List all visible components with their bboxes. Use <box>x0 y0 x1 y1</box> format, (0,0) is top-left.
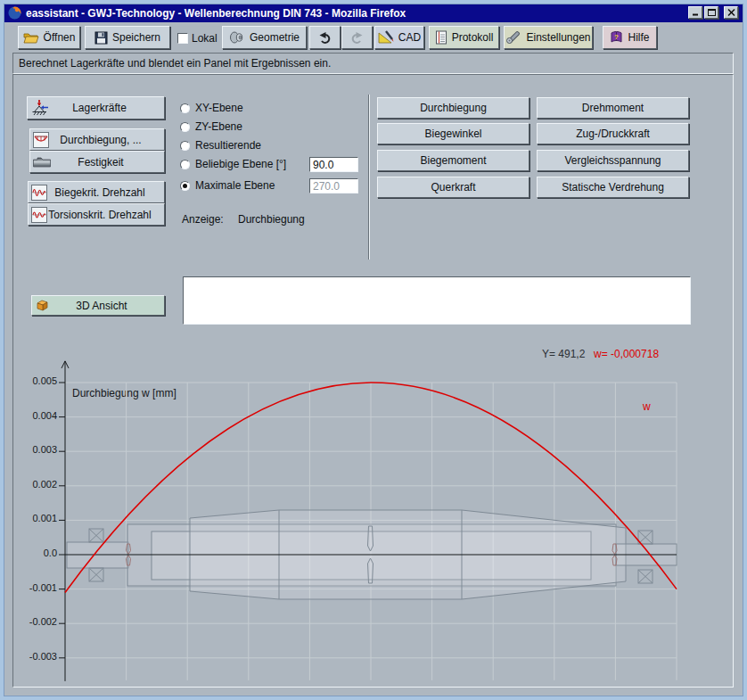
result-button-label: Statische Verdrehung <box>562 181 664 194</box>
lagerkraefte-button-label: Lagerkräfte <box>72 102 127 114</box>
app-window: eassistant - GWJ-Technology - Wellenbere… <box>0 0 747 700</box>
maximize-button[interactable] <box>704 6 718 19</box>
einstellungen-button-label: Einstellungen <box>526 31 590 44</box>
radio-maximale-ebene[interactable] <box>180 181 190 191</box>
festigkeit-button-label: Festigkeit <box>78 156 123 169</box>
vergleichsspannung-result-button[interactable]: Vergleichsspannung <box>537 150 689 171</box>
ruler-pencil-icon <box>378 30 394 45</box>
3d-ansicht-button[interactable]: 3D Ansicht <box>31 295 165 316</box>
hilfe-button-label: Hilfe <box>628 31 649 44</box>
output-panel <box>183 276 691 325</box>
beliebige-ebene-input[interactable] <box>309 157 358 172</box>
floppy-disk-icon <box>94 31 108 45</box>
result-button-label: Zug-/Druckkraft <box>576 128 650 140</box>
protokoll-button-label: Protokoll <box>452 31 494 44</box>
torsionskrit-drehzahl-button[interactable]: Torsionskrit. Drehzahl <box>28 203 165 226</box>
shaft-3d-icon <box>229 30 245 45</box>
undo-button[interactable] <box>309 26 341 49</box>
bearing-support-icon <box>30 100 49 117</box>
open-folder-icon <box>23 31 39 44</box>
radio-resultierende-label: Resultierende <box>195 139 261 152</box>
radio-xy-ebene-label: XY-Ebene <box>195 102 243 114</box>
lokal-checkbox[interactable] <box>177 33 188 44</box>
statische-verdrehung-result-button[interactable]: Statische Verdrehung <box>537 177 689 198</box>
biegewinkel-result-button[interactable]: Biegewinkel <box>377 123 529 144</box>
protokoll-button[interactable]: Protokoll <box>429 26 499 49</box>
festigkeit-button[interactable]: Festigkeit <box>29 151 165 173</box>
book-question-icon: ? <box>610 30 623 45</box>
anzeige-value: Durchbiegung <box>238 213 305 226</box>
lokal-checkbox-label: Lokal <box>192 32 218 45</box>
lagerkraefte-button[interactable]: Lagerkräfte <box>27 96 165 119</box>
result-button-label: Biegewinkel <box>424 128 481 140</box>
notepad-icon <box>435 30 447 45</box>
biegemoment-result-button[interactable]: Biegemoment <box>377 150 529 171</box>
radio-zy-ebene[interactable] <box>180 122 190 132</box>
cad-button[interactable]: CAD <box>374 26 424 49</box>
radio-zy-ebene-label: ZY-Ebene <box>195 120 242 133</box>
geometrie-button[interactable]: Geometrie <box>222 26 307 49</box>
zug-druckkraft-result-button[interactable]: Zug-/Druckkraft <box>537 123 689 144</box>
status-text: Berechnet Lagerkräfte und blendet ein Pa… <box>19 57 331 70</box>
wrench-icon <box>505 30 521 45</box>
radio-resultierende[interactable] <box>180 141 190 151</box>
anzeige-label: Anzeige: <box>182 213 224 226</box>
vertical-divider <box>368 95 370 259</box>
redo-button[interactable] <box>341 26 373 49</box>
hilfe-button[interactable]: ? Hilfe <box>603 26 657 49</box>
querkraft-result-button[interactable]: Querkraft <box>377 177 529 198</box>
shaft-profile-icon <box>33 156 51 169</box>
radio-xy-ebene[interactable] <box>180 103 190 113</box>
result-button-label: Durchbiegung <box>420 102 487 114</box>
radio-beliebige-ebene-label: Beliebige Ebene [°] <box>195 158 286 170</box>
orange-3d-box-icon <box>35 300 49 312</box>
open-button-label: Öffnen <box>44 31 76 44</box>
durchbiegung-button-label: Durchbiegung, ... <box>60 134 141 146</box>
window-title: eassistant - GWJ-Technology - Wellenbere… <box>26 7 406 20</box>
redo-arrow-icon <box>350 31 364 44</box>
firefox-icon <box>8 6 21 20</box>
svg-text:?: ? <box>614 33 619 41</box>
undo-arrow-icon <box>318 31 332 44</box>
radio-maximale-ebene-label: Maximale Ebene <box>195 179 275 192</box>
waveform-icon <box>31 207 47 223</box>
deflection-curve-icon <box>33 132 49 148</box>
minimize-button[interactable] <box>688 6 702 19</box>
radio-beliebige-ebene[interactable] <box>180 160 190 169</box>
biegekrit-drehzahl-button[interactable]: Biegekrit. Drehzahl <box>28 181 165 203</box>
save-button[interactable]: Speichern <box>85 26 170 49</box>
status-bar: Berechnet Lagerkräfte und blendet ein Pa… <box>12 53 734 74</box>
result-button-label: Vergleichsspannung <box>564 154 661 167</box>
maximale-ebene-input <box>309 178 358 194</box>
result-button-label: Biegemoment <box>420 154 486 167</box>
3d-ansicht-button-label: 3D Ansicht <box>76 300 127 312</box>
save-button-label: Speichern <box>112 31 160 44</box>
cad-button-label: CAD <box>398 31 421 44</box>
einstellungen-button[interactable]: Einstellungen <box>504 26 593 49</box>
biegekrit-drehzahl-button-label: Biegekrit. Drehzahl <box>54 186 144 199</box>
titlebar[interactable]: eassistant - GWJ-Technology - Wellenbere… <box>4 4 743 22</box>
result-button-label: Drehmoment <box>582 102 644 114</box>
close-button[interactable] <box>724 6 738 19</box>
torsionskrit-drehzahl-button-label: Torsionskrit. Drehzahl <box>48 209 151 221</box>
waveform-icon <box>31 185 47 201</box>
durchbiegung-button[interactable]: Durchbiegung, ... <box>29 128 165 151</box>
open-button[interactable]: Öffnen <box>18 26 80 49</box>
result-button-label: Querkraft <box>431 181 475 194</box>
durchbiegung-result-button[interactable]: Durchbiegung <box>377 97 529 119</box>
geometrie-button-label: Geometrie <box>250 31 300 44</box>
drehmoment-result-button[interactable]: Drehmoment <box>537 97 689 119</box>
